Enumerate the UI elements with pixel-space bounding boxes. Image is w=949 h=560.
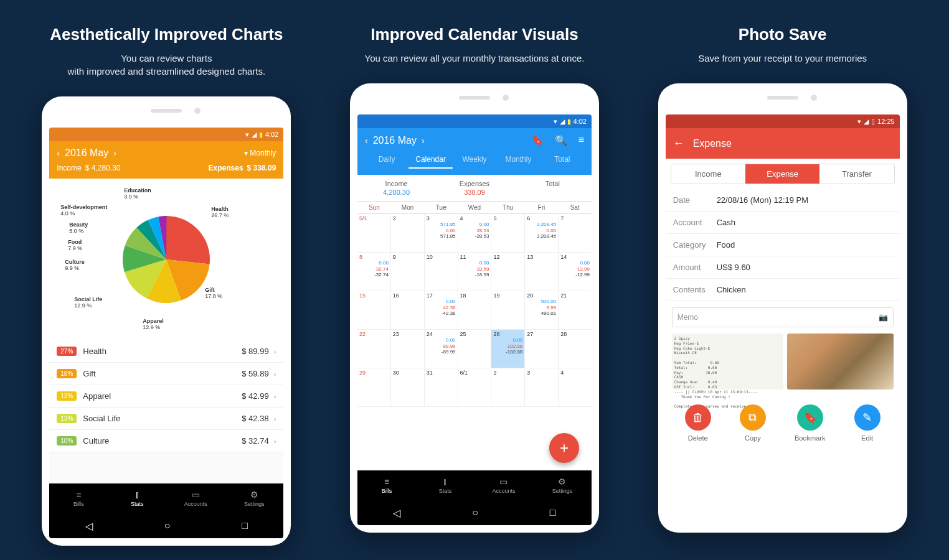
form-contents[interactable]: ContentsChicken [666, 279, 900, 301]
chevron-right-icon[interactable]: › [422, 136, 425, 146]
tab-total[interactable]: Total [541, 151, 584, 169]
category-row[interactable]: 18%Gift$ 59.89› [49, 363, 283, 385]
calendar-day[interactable]: 13 [525, 253, 559, 291]
calendar-day[interactable]: 19 [491, 291, 525, 329]
chevron-right-icon[interactable]: › [113, 148, 116, 158]
calendar-day[interactable]: 6/1 [458, 368, 492, 406]
calendar-day[interactable]: 30 [391, 368, 425, 406]
chevron-left-icon[interactable]: ‹ [365, 136, 368, 146]
calendar-day[interactable]: 9 [391, 253, 425, 291]
calendar-day[interactable]: 170.0042.38-42.38 [425, 291, 458, 329]
camera-icon[interactable]: 📷 [879, 313, 888, 322]
calendar-day[interactable]: 240.0089.99-89.99 [425, 330, 458, 368]
summary-total: Total3,942.21 [514, 180, 592, 196]
add-fab[interactable]: + [549, 433, 579, 463]
calendar-day[interactable]: 22 [357, 330, 391, 368]
category-row[interactable]: 27%Health$ 89.99› [49, 340, 283, 363]
nav-bills[interactable]: ≡Bills [357, 470, 416, 500]
receipt-photo[interactable]: 2 SpicyReg Fries-EReg Coke Light-EBiscui… [672, 334, 783, 390]
calendar-day[interactable]: 140.0012.99-12.99 [559, 253, 592, 291]
type-tab-income[interactable]: Income [671, 164, 745, 184]
calendar-day[interactable]: 12 [491, 253, 525, 291]
nav-bills[interactable]: ≡Bills [49, 483, 108, 513]
nav-stats[interactable]: ⫿Stats [108, 483, 166, 513]
calendar-day[interactable]: 28 [559, 330, 592, 368]
nav-settings[interactable]: ⚙Settings [533, 470, 592, 500]
app-header: ← Expense [666, 128, 900, 159]
period-selector[interactable]: ▾ Monthly [244, 149, 276, 157]
percent-badge: 13% [57, 391, 77, 401]
action-edit[interactable]: ✎Edit [854, 404, 881, 442]
back-arrow-icon[interactable]: ← [673, 137, 684, 150]
calendar-day[interactable]: 18 [458, 291, 492, 329]
home-icon[interactable]: ○ [472, 507, 478, 518]
percent-badge: 27% [57, 347, 77, 356]
memo-field[interactable]: Memo 📷 [672, 307, 894, 327]
calendar-day[interactable]: 15 [357, 291, 391, 329]
calendar-day[interactable]: 2 [491, 368, 525, 406]
food-photo[interactable] [787, 334, 894, 390]
calendar-day[interactable]: 5/1 [357, 214, 391, 252]
calendar-day[interactable]: 5 [491, 214, 525, 252]
recent-icon[interactable]: □ [550, 507, 556, 518]
back-icon[interactable]: ◁ [85, 520, 93, 532]
back-icon[interactable]: ◁ [393, 507, 400, 519]
form-account[interactable]: AccountCash [666, 212, 900, 234]
calendar-day[interactable]: 2 [391, 214, 425, 252]
calendar-day[interactable]: 63,208.450.003,208.45 [525, 214, 559, 252]
percent-badge: 18% [57, 369, 77, 378]
signal-icon: ◢ [864, 118, 869, 126]
calendar-day[interactable]: 3571.850.00571.85 [425, 214, 458, 252]
date-selector[interactable]: ‹ 2016 May › [365, 135, 425, 146]
calendar-day[interactable]: 29 [357, 368, 391, 406]
calendar-day[interactable]: 31 [425, 368, 458, 406]
form-category[interactable]: CategoryFood [666, 234, 900, 256]
recent-icon[interactable]: □ [242, 520, 248, 531]
category-row[interactable]: 13%Social Life$ 42.38› [49, 408, 283, 430]
action-copy[interactable]: ⧉Copy [740, 404, 766, 442]
calendar-day[interactable]: 16 [391, 291, 425, 329]
calendar-day[interactable]: 20500.009.99490.01 [525, 291, 559, 329]
calendar-day[interactable]: 4 [559, 368, 592, 406]
tab-weekly[interactable]: Weekly [453, 151, 496, 169]
category-row[interactable]: 10%Culture$ 32.74› [49, 430, 283, 452]
nav-icon: ⫿ [443, 477, 447, 487]
calendar-day[interactable]: 10 [425, 253, 458, 291]
calendar-day[interactable]: 80.0032.74-32.74 [357, 253, 391, 291]
date-selector[interactable]: ‹ 2016 May › [57, 147, 116, 159]
pie-label: Apparel12.9 % [143, 319, 164, 331]
filter-icon[interactable]: ≡ [578, 134, 584, 146]
calendar-day[interactable]: 110.0018.59-18.59 [458, 253, 492, 291]
action-delete[interactable]: 🗑Delete [685, 404, 711, 442]
bookmark-icon[interactable]: 🔖 [531, 134, 544, 146]
action-buttons: 🗑Delete⧉Copy🔖Bookmark✎Edit [666, 396, 900, 450]
type-tab-transfer[interactable]: Transfer [819, 164, 894, 184]
search-icon[interactable]: 🔍 [555, 134, 567, 146]
android-nav: ◁ ○ □ [49, 513, 283, 538]
form-amount[interactable]: AmountUS$ 9.60 [666, 256, 900, 279]
nav-accounts[interactable]: ▭Accounts [474, 470, 533, 500]
calendar-day[interactable]: 3 [525, 368, 559, 406]
form-date[interactable]: Date22/08/16 (Mon) 12:19 PM [666, 189, 900, 212]
category-row[interactable]: 13%Apparel$ 42.99› [49, 385, 283, 408]
calendar-day[interactable]: 25 [458, 330, 492, 368]
tab-calendar[interactable]: Calendar [408, 151, 452, 169]
home-icon[interactable]: ○ [164, 520, 171, 531]
calendar-day[interactable]: 27 [525, 330, 559, 368]
calendar-day[interactable]: 7 [559, 214, 592, 252]
calendar-day[interactable]: 40.0028.53-28.53 [458, 214, 492, 252]
tab-monthly[interactable]: Monthly [496, 151, 540, 169]
wifi-icon: ▾ [245, 131, 249, 139]
calendar-day[interactable]: 21 [559, 291, 592, 329]
action-bookmark[interactable]: 🔖Bookmark [795, 404, 826, 442]
percent-badge: 13% [57, 414, 77, 423]
nav-stats[interactable]: ⫿Stats [416, 470, 474, 500]
chevron-left-icon[interactable]: ‹ [57, 148, 60, 158]
type-tab-expense[interactable]: Expense [745, 164, 819, 184]
nav-accounts[interactable]: ▭Accounts [166, 483, 225, 513]
calendar-day[interactable]: 23 [391, 330, 425, 368]
nav-settings[interactable]: ⚙Settings [225, 483, 283, 513]
panel3-title: Photo Save [633, 25, 932, 44]
tab-daily[interactable]: Daily [365, 151, 408, 169]
calendar-day[interactable]: 260.00102.88-102.88 [491, 330, 525, 368]
